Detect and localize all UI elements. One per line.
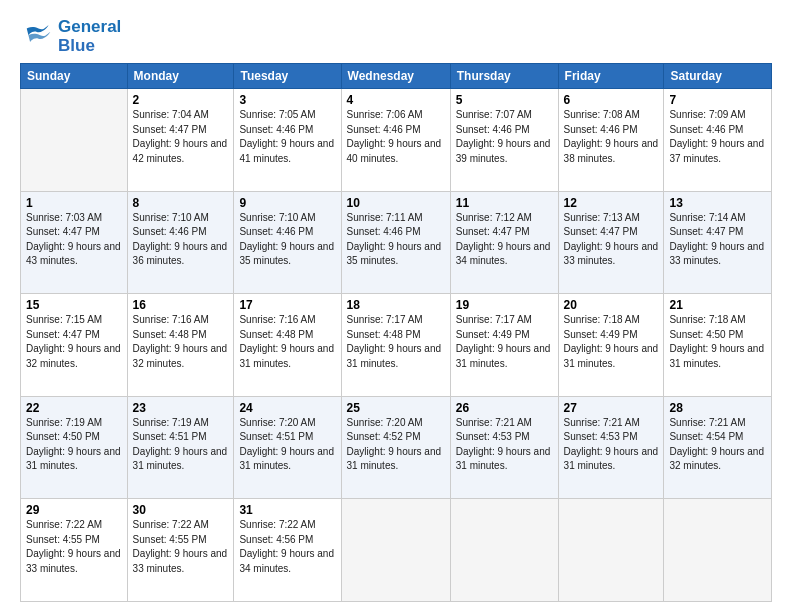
calendar-cell: 27Sunrise: 7:21 AMSunset: 4:53 PMDayligh… <box>558 396 664 499</box>
calendar-header-thursday: Thursday <box>450 64 558 89</box>
day-number: 3 <box>239 93 335 107</box>
day-info: Sunrise: 7:21 AMSunset: 4:54 PMDaylight:… <box>669 417 764 472</box>
calendar-cell: 12Sunrise: 7:13 AMSunset: 4:47 PMDayligh… <box>558 191 664 294</box>
calendar-week-3: 22Sunrise: 7:19 AMSunset: 4:50 PMDayligh… <box>21 396 772 499</box>
day-number: 10 <box>347 196 445 210</box>
calendar-header-sunday: Sunday <box>21 64 128 89</box>
calendar-cell <box>664 499 772 602</box>
calendar-cell: 4Sunrise: 7:06 AMSunset: 4:46 PMDaylight… <box>341 89 450 192</box>
calendar-cell: 31Sunrise: 7:22 AMSunset: 4:56 PMDayligh… <box>234 499 341 602</box>
calendar-header-row: SundayMondayTuesdayWednesdayThursdayFrid… <box>21 64 772 89</box>
day-number: 17 <box>239 298 335 312</box>
day-info: Sunrise: 7:22 AMSunset: 4:56 PMDaylight:… <box>239 519 334 574</box>
logo-icon <box>20 23 52 51</box>
day-number: 16 <box>133 298 229 312</box>
day-info: Sunrise: 7:12 AMSunset: 4:47 PMDaylight:… <box>456 212 551 267</box>
day-number: 15 <box>26 298 122 312</box>
header: General Blue <box>20 18 772 55</box>
day-number: 30 <box>133 503 229 517</box>
calendar-cell: 3Sunrise: 7:05 AMSunset: 4:46 PMDaylight… <box>234 89 341 192</box>
calendar-cell: 7Sunrise: 7:09 AMSunset: 4:46 PMDaylight… <box>664 89 772 192</box>
calendar-cell: 11Sunrise: 7:12 AMSunset: 4:47 PMDayligh… <box>450 191 558 294</box>
day-number: 13 <box>669 196 766 210</box>
calendar-week-2: 15Sunrise: 7:15 AMSunset: 4:47 PMDayligh… <box>21 294 772 397</box>
day-number: 9 <box>239 196 335 210</box>
day-number: 2 <box>133 93 229 107</box>
day-number: 5 <box>456 93 553 107</box>
calendar-week-4: 29Sunrise: 7:22 AMSunset: 4:55 PMDayligh… <box>21 499 772 602</box>
day-number: 1 <box>26 196 122 210</box>
day-number: 18 <box>347 298 445 312</box>
day-info: Sunrise: 7:19 AMSunset: 4:51 PMDaylight:… <box>133 417 228 472</box>
day-info: Sunrise: 7:18 AMSunset: 4:49 PMDaylight:… <box>564 314 659 369</box>
day-number: 11 <box>456 196 553 210</box>
day-number: 26 <box>456 401 553 415</box>
calendar-cell: 2Sunrise: 7:04 AMSunset: 4:47 PMDaylight… <box>127 89 234 192</box>
calendar-cell: 6Sunrise: 7:08 AMSunset: 4:46 PMDaylight… <box>558 89 664 192</box>
calendar-cell: 5Sunrise: 7:07 AMSunset: 4:46 PMDaylight… <box>450 89 558 192</box>
calendar-cell: 20Sunrise: 7:18 AMSunset: 4:49 PMDayligh… <box>558 294 664 397</box>
calendar-cell: 17Sunrise: 7:16 AMSunset: 4:48 PMDayligh… <box>234 294 341 397</box>
day-info: Sunrise: 7:21 AMSunset: 4:53 PMDaylight:… <box>564 417 659 472</box>
calendar-cell: 15Sunrise: 7:15 AMSunset: 4:47 PMDayligh… <box>21 294 128 397</box>
day-info: Sunrise: 7:19 AMSunset: 4:50 PMDaylight:… <box>26 417 121 472</box>
calendar-cell <box>450 499 558 602</box>
calendar-header-monday: Monday <box>127 64 234 89</box>
calendar-header-friday: Friday <box>558 64 664 89</box>
day-number: 8 <box>133 196 229 210</box>
day-number: 12 <box>564 196 659 210</box>
calendar-cell: 22Sunrise: 7:19 AMSunset: 4:50 PMDayligh… <box>21 396 128 499</box>
calendar-cell: 23Sunrise: 7:19 AMSunset: 4:51 PMDayligh… <box>127 396 234 499</box>
calendar-cell: 18Sunrise: 7:17 AMSunset: 4:48 PMDayligh… <box>341 294 450 397</box>
calendar-body: 2Sunrise: 7:04 AMSunset: 4:47 PMDaylight… <box>21 89 772 602</box>
day-info: Sunrise: 7:20 AMSunset: 4:52 PMDaylight:… <box>347 417 442 472</box>
day-info: Sunrise: 7:22 AMSunset: 4:55 PMDaylight:… <box>133 519 228 574</box>
day-info: Sunrise: 7:08 AMSunset: 4:46 PMDaylight:… <box>564 109 659 164</box>
day-number: 4 <box>347 93 445 107</box>
calendar-cell: 30Sunrise: 7:22 AMSunset: 4:55 PMDayligh… <box>127 499 234 602</box>
calendar-cell: 24Sunrise: 7:20 AMSunset: 4:51 PMDayligh… <box>234 396 341 499</box>
calendar-cell <box>558 499 664 602</box>
calendar-table: SundayMondayTuesdayWednesdayThursdayFrid… <box>20 63 772 602</box>
calendar-cell: 13Sunrise: 7:14 AMSunset: 4:47 PMDayligh… <box>664 191 772 294</box>
calendar-cell: 29Sunrise: 7:22 AMSunset: 4:55 PMDayligh… <box>21 499 128 602</box>
day-info: Sunrise: 7:16 AMSunset: 4:48 PMDaylight:… <box>133 314 228 369</box>
calendar-cell <box>21 89 128 192</box>
day-info: Sunrise: 7:05 AMSunset: 4:46 PMDaylight:… <box>239 109 334 164</box>
day-number: 21 <box>669 298 766 312</box>
day-number: 20 <box>564 298 659 312</box>
day-info: Sunrise: 7:10 AMSunset: 4:46 PMDaylight:… <box>239 212 334 267</box>
day-info: Sunrise: 7:18 AMSunset: 4:50 PMDaylight:… <box>669 314 764 369</box>
day-info: Sunrise: 7:06 AMSunset: 4:46 PMDaylight:… <box>347 109 442 164</box>
page: General Blue SundayMondayTuesdayWednesda… <box>0 0 792 612</box>
calendar-cell: 21Sunrise: 7:18 AMSunset: 4:50 PMDayligh… <box>664 294 772 397</box>
calendar-week-0: 2Sunrise: 7:04 AMSunset: 4:47 PMDaylight… <box>21 89 772 192</box>
day-info: Sunrise: 7:22 AMSunset: 4:55 PMDaylight:… <box>26 519 121 574</box>
day-info: Sunrise: 7:17 AMSunset: 4:49 PMDaylight:… <box>456 314 551 369</box>
day-info: Sunrise: 7:09 AMSunset: 4:46 PMDaylight:… <box>669 109 764 164</box>
day-number: 24 <box>239 401 335 415</box>
day-info: Sunrise: 7:17 AMSunset: 4:48 PMDaylight:… <box>347 314 442 369</box>
calendar-header-tuesday: Tuesday <box>234 64 341 89</box>
day-number: 25 <box>347 401 445 415</box>
calendar-cell: 28Sunrise: 7:21 AMSunset: 4:54 PMDayligh… <box>664 396 772 499</box>
day-info: Sunrise: 7:04 AMSunset: 4:47 PMDaylight:… <box>133 109 228 164</box>
calendar-cell: 8Sunrise: 7:10 AMSunset: 4:46 PMDaylight… <box>127 191 234 294</box>
day-number: 29 <box>26 503 122 517</box>
day-number: 22 <box>26 401 122 415</box>
day-info: Sunrise: 7:10 AMSunset: 4:46 PMDaylight:… <box>133 212 228 267</box>
calendar-cell: 19Sunrise: 7:17 AMSunset: 4:49 PMDayligh… <box>450 294 558 397</box>
calendar-cell: 1Sunrise: 7:03 AMSunset: 4:47 PMDaylight… <box>21 191 128 294</box>
calendar-cell: 25Sunrise: 7:20 AMSunset: 4:52 PMDayligh… <box>341 396 450 499</box>
day-info: Sunrise: 7:07 AMSunset: 4:46 PMDaylight:… <box>456 109 551 164</box>
calendar-header-saturday: Saturday <box>664 64 772 89</box>
day-info: Sunrise: 7:21 AMSunset: 4:53 PMDaylight:… <box>456 417 551 472</box>
logo-text: General Blue <box>58 18 121 55</box>
day-number: 6 <box>564 93 659 107</box>
day-info: Sunrise: 7:03 AMSunset: 4:47 PMDaylight:… <box>26 212 121 267</box>
calendar-cell: 9Sunrise: 7:10 AMSunset: 4:46 PMDaylight… <box>234 191 341 294</box>
calendar-cell: 26Sunrise: 7:21 AMSunset: 4:53 PMDayligh… <box>450 396 558 499</box>
day-number: 7 <box>669 93 766 107</box>
calendar-cell: 10Sunrise: 7:11 AMSunset: 4:46 PMDayligh… <box>341 191 450 294</box>
calendar-week-1: 1Sunrise: 7:03 AMSunset: 4:47 PMDaylight… <box>21 191 772 294</box>
